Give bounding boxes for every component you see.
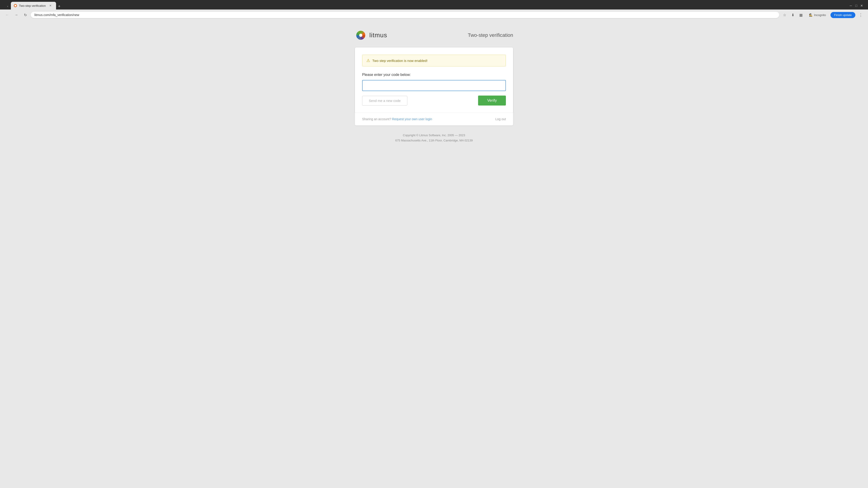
new-tab-button[interactable]: + bbox=[56, 3, 62, 9]
verify-button[interactable]: Verify bbox=[478, 96, 506, 105]
send-code-button[interactable]: Send me a new code bbox=[362, 96, 407, 105]
page-footer: Copyright © Litmus Software, Inc. 2005 —… bbox=[355, 133, 513, 143]
reload-button[interactable]: ↻ bbox=[22, 11, 29, 19]
alert-icon: ⚠ bbox=[366, 58, 370, 63]
tab-nav-prev-button[interactable]: ‹ bbox=[4, 3, 11, 9]
logo-text: litmus bbox=[369, 32, 387, 39]
back-button[interactable]: ← bbox=[4, 11, 11, 19]
sharing-text: Sharing an account? Request your own use… bbox=[362, 117, 432, 121]
tab-label: Two-step verification bbox=[19, 4, 46, 7]
request-login-link[interactable]: Request your own user login bbox=[392, 117, 432, 121]
footer-line2: 675 Massachusetts Ave., 11th Floor, Camb… bbox=[355, 138, 513, 143]
svg-point-1 bbox=[14, 5, 16, 6]
url-bar[interactable] bbox=[31, 12, 779, 18]
card-body: ⚠ Two step verification is now enabled! … bbox=[355, 47, 513, 113]
logo-area: litmus bbox=[355, 29, 387, 41]
forward-button[interactable]: → bbox=[13, 11, 20, 19]
alert-banner: ⚠ Two step verification is now enabled! bbox=[362, 55, 506, 66]
form-label: Please enter your code below: bbox=[362, 73, 506, 77]
address-bar: ← → ↻ ☆ ⬇ ▦ 🕵 Incognito Finish update ⋮ bbox=[0, 9, 868, 20]
tab-close-button[interactable]: ✕ bbox=[49, 4, 53, 8]
active-tab[interactable]: Two-step verification ✕ bbox=[11, 2, 56, 9]
page-title: Two-step verification bbox=[468, 32, 513, 38]
close-button[interactable]: ✕ bbox=[860, 4, 864, 7]
form-actions: Send me a new code Verify bbox=[362, 96, 506, 105]
browser-chrome: ‹ Two-step verification ✕ + ─ □ ✕ ← → ↻ bbox=[0, 0, 868, 20]
window-controls: ─ □ ✕ bbox=[849, 4, 864, 7]
finish-update-button[interactable]: Finish update bbox=[831, 12, 855, 18]
incognito-icon: 🕵 bbox=[809, 13, 813, 17]
page-content: litmus Two-step verification ⚠ Two step … bbox=[0, 20, 868, 488]
page-container: litmus Two-step verification ⚠ Two step … bbox=[355, 29, 513, 143]
browser-menu-button[interactable]: ⋮ bbox=[857, 11, 864, 19]
tab-favicon-icon bbox=[13, 4, 17, 7]
alert-text: Two step verification is now enabled! bbox=[372, 59, 428, 63]
maximize-button[interactable]: □ bbox=[855, 4, 858, 7]
card-footer: Sharing an account? Request your own use… bbox=[355, 112, 513, 125]
bookmark-icon-button[interactable]: ☆ bbox=[781, 11, 788, 19]
tab-bar: ‹ Two-step verification ✕ + bbox=[3, 2, 64, 9]
sidebar-icon-button[interactable]: ▦ bbox=[797, 11, 804, 19]
code-input[interactable] bbox=[362, 80, 506, 91]
incognito-label: Incognito bbox=[814, 13, 826, 17]
footer-line1: Copyright © Litmus Software, Inc. 2005 —… bbox=[355, 133, 513, 138]
download-icon-button[interactable]: ⬇ bbox=[789, 11, 796, 19]
main-card: ⚠ Two step verification is now enabled! … bbox=[355, 47, 513, 125]
toolbar-icons: ☆ ⬇ ▦ bbox=[781, 11, 804, 19]
incognito-button[interactable]: 🕵 Incognito bbox=[806, 12, 829, 18]
minimize-button[interactable]: ─ bbox=[849, 4, 852, 7]
svg-point-2 bbox=[359, 34, 362, 37]
title-bar: ‹ Two-step verification ✕ + ─ □ ✕ bbox=[0, 0, 868, 9]
logout-link[interactable]: Log out bbox=[495, 117, 506, 121]
page-header: litmus Two-step verification bbox=[355, 29, 513, 41]
litmus-logo-icon bbox=[355, 29, 367, 41]
